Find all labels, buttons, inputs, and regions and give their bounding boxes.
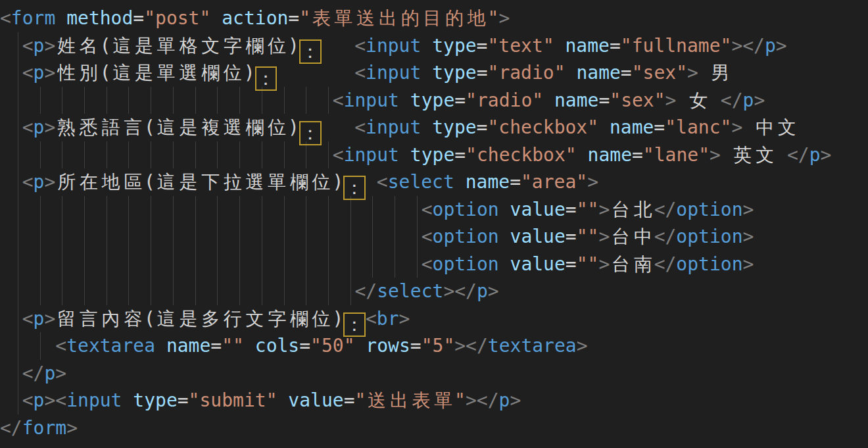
punctuation-token: > — [577, 335, 588, 357]
code-line[interactable]: <input type="checkbox" name="lane"> 英文 <… — [0, 141, 868, 169]
code-line[interactable]: <p>熟悉語言(這是複選欄位)： <input type="checkbox" … — [0, 114, 868, 141]
punctuation-token: > — [44, 62, 55, 84]
punctuation-token: > — [821, 144, 832, 166]
cjk-char: 欄 — [288, 168, 310, 196]
tag-name-token: p — [34, 308, 45, 330]
code-line[interactable]: <p>姓名(這是單格文字欄位)： <input type="text" name… — [0, 32, 868, 60]
operator-token: = — [477, 62, 488, 84]
cjk-char: 所 — [55, 168, 78, 196]
string-token: "checkbox" — [466, 144, 577, 166]
punctuation-token: > — [498, 7, 510, 29]
tag-name-token: textarea — [66, 335, 155, 357]
code-line[interactable]: <p><input type="submit" value="送出表單"></p… — [0, 387, 868, 414]
punctuation-token: > — [776, 35, 787, 57]
string-token: "lanc" — [665, 116, 731, 138]
cjk-char: 單 — [155, 32, 178, 60]
cjk-char: 悉 — [78, 114, 100, 141]
code-line[interactable]: <option value="">台北</option> — [0, 196, 868, 224]
cjk-char: 熟 — [55, 114, 78, 141]
punctuation-token: > — [665, 89, 677, 111]
cjk-char: 複 — [199, 114, 222, 141]
tag-name-token: input — [66, 389, 122, 411]
cjk-char: 女 — [687, 87, 710, 114]
text-token: 熟悉語言(這是複選欄位) — [55, 116, 299, 138]
tag-name-token: option — [676, 253, 742, 275]
cjk-char: 地 — [466, 5, 488, 32]
string-token: "表單送出的目的地" — [299, 7, 498, 29]
text-token — [55, 7, 66, 29]
attribute-name-token: method — [66, 7, 133, 29]
tag-name-token: p — [809, 144, 821, 166]
cjk-char: 這 — [155, 305, 178, 333]
code-line[interactable]: </form> — [0, 414, 868, 442]
punctuation-token: > — [587, 171, 598, 193]
attribute-name-token: value — [510, 199, 566, 220]
text-token: 留言內容(這是多行文字欄位) — [55, 308, 343, 330]
code-line[interactable]: </p> — [0, 360, 868, 387]
tag-name-token: option — [433, 199, 499, 220]
string-token: "lane" — [643, 144, 710, 166]
punctuation-token: > — [55, 362, 66, 384]
cjk-char: 文 — [776, 114, 798, 141]
operator-token: = — [598, 89, 610, 111]
text-token — [210, 7, 222, 29]
cjk-char: 姓 — [55, 32, 78, 60]
code-line[interactable]: <form method="post" action="表單送出的目的地"> — [0, 5, 868, 32]
operator-token: = — [210, 335, 222, 357]
punctuation-token: </ — [355, 280, 377, 302]
text-token — [0, 144, 333, 166]
code-line[interactable]: <option value="">台南</option> — [0, 251, 868, 278]
punctuation-token: ></ — [454, 335, 488, 357]
string-token: "" — [577, 226, 599, 247]
cjk-char: 是 — [133, 32, 155, 60]
cjk-char: 區 — [122, 168, 144, 196]
text-token — [577, 144, 588, 166]
punctuation-token: </ — [654, 253, 677, 275]
punctuation-token: </ — [0, 417, 22, 439]
text-token: 男 — [698, 62, 732, 84]
operator-token: = — [566, 199, 577, 220]
text-token — [554, 35, 566, 57]
punctuation-token: </ — [721, 89, 743, 111]
code-line[interactable]: <p>留言內容(這是多行文字欄位)：<br> — [0, 305, 868, 333]
punctuation-token: < — [22, 62, 34, 84]
operator-token: = — [178, 389, 189, 411]
tag-name-token: input — [344, 89, 399, 111]
text-token — [0, 253, 422, 275]
code-line[interactable]: <p>所在地區(這是下拉選單欄位)： <select name="area"> — [0, 168, 868, 196]
code-line[interactable]: <option value="">台中</option> — [0, 223, 868, 251]
text-token — [0, 89, 333, 111]
text-token — [499, 253, 510, 275]
attribute-name-token: type — [432, 116, 476, 138]
string-token: "radio" — [488, 62, 566, 84]
text-token — [0, 171, 22, 193]
cjk-char: 言 — [122, 114, 144, 141]
code-line[interactable]: <textarea name="" cols="50" rows="5"></t… — [0, 332, 868, 360]
punctuation-token: > — [710, 144, 721, 166]
cjk-char: 是 — [178, 305, 200, 333]
tag-name-token: form — [22, 417, 66, 439]
tag-name-token: option — [433, 253, 499, 275]
cjk-char: 位 — [266, 32, 288, 60]
string-token: "text" — [487, 35, 554, 57]
attribute-name-token: type — [432, 62, 476, 84]
text-token — [421, 116, 432, 138]
code-editor[interactable]: <form method="post" action="表單送出的目的地"> <… — [0, 0, 868, 448]
cjk-char: 是 — [178, 168, 200, 196]
code-line[interactable]: <p>性別(這是單選欄位)： <input type="radio" name=… — [0, 59, 868, 87]
punctuation-token: > — [731, 116, 742, 138]
tag-name-token: p — [34, 116, 45, 138]
tag-name-token: p — [477, 280, 488, 302]
cjk-char: 行 — [222, 305, 244, 333]
text-token — [322, 116, 355, 138]
text-token: 英文 — [721, 144, 787, 166]
code-line[interactable]: </select></p> — [0, 278, 868, 305]
cjk-char: 位 — [310, 305, 333, 333]
unicode-highlight-box: ： — [255, 66, 277, 91]
punctuation-token: > — [743, 226, 754, 247]
text-token: 台北 — [610, 199, 654, 220]
string-token: "" — [577, 199, 599, 220]
attribute-name-token: type — [410, 89, 454, 111]
string-token: "checkbox" — [487, 116, 598, 138]
code-line[interactable]: <input type="radio" name="sex"> 女 </p> — [0, 87, 868, 114]
